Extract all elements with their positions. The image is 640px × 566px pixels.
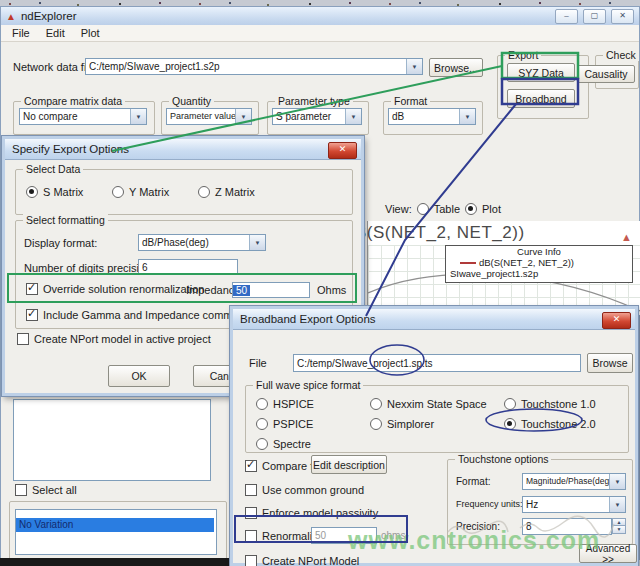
ok-button[interactable]: OK: [108, 365, 170, 387]
compare-combo[interactable]: No compare ▼: [19, 108, 147, 125]
spinner-down-icon[interactable]: ▼: [612, 526, 626, 534]
format-combo[interactable]: dB ▼: [388, 108, 476, 125]
specify-dialog-titlebar[interactable]: Specify Export Options: [5, 139, 361, 160]
file-label: File: [249, 357, 267, 369]
spice-format-label: Full wave spice format: [253, 379, 363, 391]
z-matrix-label: Z Matrix: [215, 186, 255, 198]
nexxim-option: Nexxim State Space: [370, 398, 487, 410]
variation-selected-row[interactable]: No Variation: [16, 518, 214, 532]
passivity-label: Enforce model passivity: [262, 507, 378, 519]
chevron-down-icon[interactable]: ▼: [249, 235, 265, 250]
nport-label: Create NPort model in active project: [34, 333, 211, 345]
syz-data-button[interactable]: SYZ Data: [507, 63, 575, 82]
legend-file: SIwave_project1.s2p: [446, 268, 632, 279]
network-file-value: C:/temp/SIwave_project1.s2p: [86, 59, 406, 74]
nport-checkbox[interactable]: [17, 333, 29, 345]
s-matrix-option: S Matrix: [26, 186, 83, 198]
passivity-checkbox[interactable]: [245, 507, 257, 519]
broadband-button[interactable]: Broadband: [507, 89, 575, 108]
nexxim-radio[interactable]: [370, 398, 382, 410]
check-group-label: Check: [603, 49, 639, 61]
simplorer-radio[interactable]: [370, 418, 382, 430]
close-button[interactable]: ✕: [611, 9, 634, 24]
select-all-row: Select all: [15, 484, 77, 496]
file-field[interactable]: C:/temp/SIwave_project1.sp.ts: [293, 354, 581, 372]
minimize-button[interactable]: –: [555, 9, 578, 24]
spinner-up-icon[interactable]: ▲: [612, 518, 626, 526]
y-matrix-radio[interactable]: [112, 186, 124, 198]
simplorer-label: Simplorer: [387, 418, 434, 430]
ts-freq-label: Frequency units:: [456, 499, 523, 509]
gamma-checkbox[interactable]: [26, 309, 38, 321]
file-browse-button[interactable]: Browse: [587, 353, 633, 373]
pspice-label: PSPICE: [273, 418, 313, 430]
spectre-radio[interactable]: [256, 438, 268, 450]
chevron-down-icon[interactable]: ▼: [235, 109, 251, 124]
warning-triangle-icon[interactable]: ▲: [621, 231, 632, 243]
parameter-type-combo-value: S parameter: [273, 109, 345, 124]
edit-description-button[interactable]: Edit description: [311, 455, 387, 474]
view-plot-radio[interactable]: [465, 203, 477, 215]
quantity-combo[interactable]: Parameter values ▼: [166, 108, 252, 125]
menu-edit[interactable]: Edit: [39, 26, 72, 40]
gamma-label: Include Gamma and Impedance comments: [43, 309, 253, 321]
create-nport-checkbox[interactable]: [245, 555, 257, 566]
override-renorm-checkbox[interactable]: [26, 283, 38, 295]
network-file-combo[interactable]: C:/temp/SIwave_project1.s2p ▼: [85, 58, 423, 75]
ts-format-combo[interactable]: Magnitude/Phase(deg) ▼: [522, 473, 626, 490]
touchstone1-option: Touchstone 1.0: [504, 398, 596, 410]
compare-combo-value: No compare: [20, 109, 130, 124]
pspice-radio[interactable]: [256, 418, 268, 430]
broadband-dialog-titlebar[interactable]: Broadband Export Options: [233, 309, 635, 330]
compare-fit-checkbox[interactable]: [245, 460, 257, 472]
touchstone2-radio[interactable]: [504, 418, 516, 430]
ts-format-label: Format:: [456, 476, 490, 487]
chevron-down-icon[interactable]: ▼: [609, 474, 625, 489]
z-matrix-radio[interactable]: [198, 186, 210, 198]
view-label: View:: [385, 203, 412, 215]
view-row: View: Table Plot: [385, 203, 501, 215]
chevron-down-icon[interactable]: ▼: [345, 109, 361, 124]
menu-plot[interactable]: Plot: [74, 26, 107, 40]
variation-listbox[interactable]: [15, 509, 217, 555]
site-watermark: www.cntronics.com: [348, 526, 600, 555]
hspice-label: HSPICE: [273, 398, 314, 410]
chevron-down-icon[interactable]: ▼: [130, 109, 146, 124]
override-renorm-row: Override solution renormalization: [26, 283, 204, 295]
browse-button[interactable]: Browse...: [429, 58, 483, 77]
specify-close-icon[interactable]: ✕: [328, 142, 357, 159]
ts-precision-spinner[interactable]: ▲ ▼: [612, 518, 626, 535]
broadband-dialog-title: Broadband Export Options: [240, 313, 376, 325]
common-ground-checkbox[interactable]: [245, 484, 257, 496]
s-matrix-radio[interactable]: [26, 186, 38, 198]
y-matrix-label: Y Matrix: [129, 186, 169, 198]
create-nport-row: Create NPort Model: [245, 555, 359, 566]
causality-button[interactable]: Causality: [577, 65, 635, 83]
maximize-button[interactable]: ▢: [583, 9, 606, 24]
chevron-down-icon[interactable]: ▼: [406, 59, 422, 74]
parameter-type-combo[interactable]: S parameter ▼: [272, 108, 362, 125]
quantity-group-label: Quantity: [169, 95, 214, 107]
window-title: ndExplorer: [21, 10, 77, 22]
renormalize-checkbox[interactable]: [245, 530, 257, 542]
menu-file[interactable]: File: [5, 26, 37, 40]
create-nport-label: Create NPort Model: [262, 555, 359, 566]
port-listbox[interactable]: [13, 399, 211, 481]
broadband-close-icon[interactable]: ✕: [602, 312, 631, 329]
select-all-checkbox[interactable]: [15, 484, 27, 496]
ts-freq-combo[interactable]: Hz ▼: [522, 496, 626, 513]
touchstone1-radio[interactable]: [504, 398, 516, 410]
format-group-label: Format: [391, 95, 430, 107]
view-table-radio[interactable]: [417, 203, 429, 215]
view-plot-label: Plot: [482, 203, 501, 215]
chevron-down-icon[interactable]: ▼: [609, 497, 625, 512]
touchstone2-label: Touchstone 2.0: [521, 418, 596, 430]
display-format-combo[interactable]: dB/Phase(deg) ▼: [138, 234, 266, 251]
legend-header: Curve Info: [446, 246, 632, 257]
quantity-combo-value: Parameter values: [167, 109, 235, 124]
digits-precision-field[interactable]: 6: [138, 259, 238, 275]
hspice-radio[interactable]: [256, 398, 268, 410]
chevron-down-icon[interactable]: ▼: [459, 109, 475, 124]
impedance-field[interactable]: 50: [232, 282, 310, 298]
spectre-option: Spectre: [256, 438, 311, 450]
